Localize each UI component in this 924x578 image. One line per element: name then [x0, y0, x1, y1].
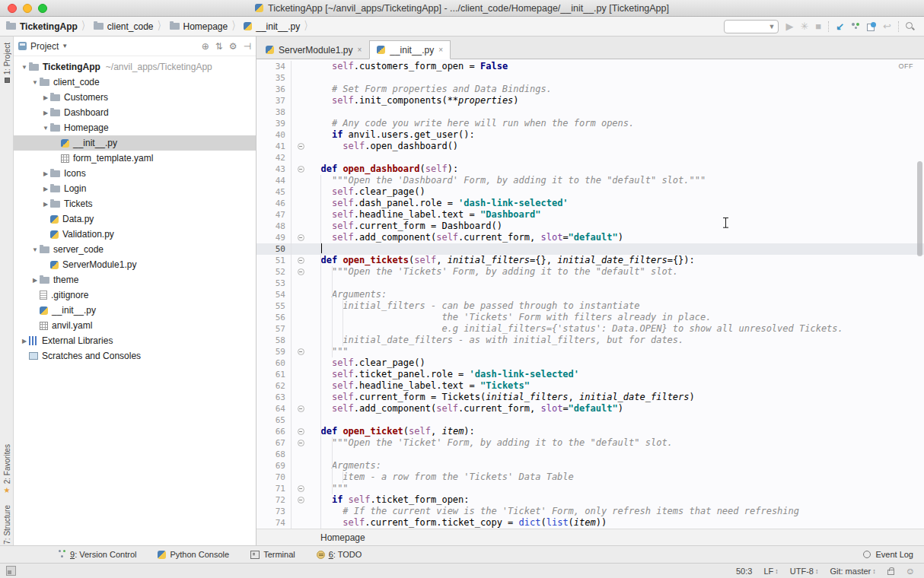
- code-line[interactable]: 39 # Any code you write here will run wh…: [256, 118, 924, 129]
- fold-marker[interactable]: [292, 164, 310, 175]
- line-number[interactable]: 51: [256, 255, 292, 266]
- tree-item-tickets[interactable]: ▶Tickets: [14, 196, 256, 211]
- chevron-collapsed-icon[interactable]: ▶: [41, 201, 50, 208]
- code-line[interactable]: 46 self.dash_panel.role = 'dash-link-sel…: [256, 198, 924, 209]
- tree-item-anvil-yaml[interactable]: anvil.yaml: [14, 318, 256, 333]
- line-number[interactable]: 46: [256, 198, 292, 209]
- line-number[interactable]: 47: [256, 209, 292, 221]
- code-line[interactable]: 48 self.current_form = Dashboard(): [256, 221, 924, 232]
- fold-marker[interactable]: [292, 232, 310, 243]
- coverage-button[interactable]: ✳: [800, 21, 808, 31]
- code-line[interactable]: 68: [256, 449, 924, 460]
- minimize-window-button[interactable]: [23, 4, 32, 13]
- chevron-expanded-icon[interactable]: ▼: [30, 246, 40, 253]
- tree-item-servermodule1-py[interactable]: ServerModule1.py: [14, 257, 256, 272]
- fold-icon[interactable]: [298, 485, 304, 492]
- line-number[interactable]: 73: [256, 506, 292, 517]
- code-line[interactable]: 47 self.headline_label.text = "Dashboard…: [256, 209, 924, 221]
- toolwindow-button-terminal[interactable]: Terminal: [250, 550, 295, 559]
- close-tab-icon[interactable]: ×: [357, 46, 362, 54]
- line-number[interactable]: 52: [256, 266, 292, 278]
- fold-marker[interactable]: [292, 266, 310, 278]
- line-number[interactable]: 71: [256, 483, 292, 494]
- fold-marker[interactable]: [292, 346, 310, 357]
- fold-marker[interactable]: [292, 403, 310, 414]
- fold-icon[interactable]: [298, 497, 304, 503]
- line-number[interactable]: 34: [256, 61, 292, 72]
- fold-icon[interactable]: [298, 234, 304, 241]
- hector-inspector-icon[interactable]: ☺: [906, 567, 915, 576]
- tree-item--init-py[interactable]: __init__.py: [14, 303, 256, 318]
- code-line[interactable]: 38: [256, 106, 924, 118]
- run-button[interactable]: ▶: [785, 21, 793, 31]
- line-number[interactable]: 39: [256, 118, 292, 129]
- code-line[interactable]: 52 """Open the 'Tickets' Form, by adding…: [256, 266, 924, 278]
- code-line[interactable]: 61 self.ticket_panel.role = 'dash-link-s…: [256, 369, 924, 380]
- code-line[interactable]: 44 """Open the 'Dashboard' Form, by addi…: [256, 175, 924, 186]
- tab-servermodule1-py[interactable]: ServerModule1.py×: [258, 40, 369, 59]
- chevron-collapsed-icon[interactable]: ▶: [30, 277, 40, 284]
- toolwindow-toggle-icon[interactable]: [6, 566, 16, 576]
- chevron-collapsed-icon[interactable]: ▶: [41, 170, 50, 177]
- tree-item-icons[interactable]: ▶Icons: [14, 166, 256, 181]
- line-number[interactable]: 74: [256, 517, 292, 529]
- tree-item-theme[interactable]: ▶theme: [14, 272, 256, 287]
- caret-position[interactable]: 50:3: [736, 567, 752, 576]
- git-branch-selector[interactable]: Git: master↕: [830, 567, 875, 576]
- breadcrumb-item-ticketingapp[interactable]: TicketingApp: [6, 21, 78, 32]
- chevron-collapsed-icon[interactable]: ▶: [20, 338, 29, 345]
- breadcrumb-item-homepage[interactable]: Homepage: [320, 532, 365, 543]
- tree-item-external-libraries[interactable]: ▶External Libraries: [14, 333, 256, 348]
- fold-marker[interactable]: [292, 426, 310, 437]
- fold-marker[interactable]: [292, 483, 310, 494]
- toolwindow-button--todo[interactable]: 6: TODO: [317, 550, 362, 559]
- code-line[interactable]: 42: [256, 152, 924, 164]
- line-number[interactable]: 68: [256, 449, 292, 460]
- tree-item-data-py[interactable]: Data.py: [14, 211, 256, 227]
- inspection-highlighting-level[interactable]: OFF: [899, 62, 914, 70]
- line-number[interactable]: 62: [256, 380, 292, 392]
- code-line[interactable]: 60 self.clear_page(): [256, 357, 924, 369]
- code-line[interactable]: 70 item - a row from the 'Tickets' Data …: [256, 472, 924, 483]
- line-number[interactable]: 49: [256, 232, 292, 243]
- tree-item-customers[interactable]: ▶Customers: [14, 90, 256, 105]
- fold-icon[interactable]: [298, 405, 304, 412]
- line-number[interactable]: 56: [256, 312, 292, 323]
- close-window-button[interactable]: [8, 4, 17, 13]
- commit-button[interactable]: [851, 22, 860, 31]
- fold-icon[interactable]: [298, 440, 304, 446]
- code-line[interactable]: 53: [256, 278, 924, 289]
- code-line[interactable]: 34 self.customers_form_open = False: [256, 61, 924, 72]
- code-line[interactable]: 65: [256, 414, 924, 426]
- code-line[interactable]: 59 """: [256, 346, 924, 357]
- line-number[interactable]: 53: [256, 278, 292, 289]
- tree-item-homepage[interactable]: ▼Homepage: [14, 120, 256, 135]
- line-number[interactable]: 41: [256, 141, 292, 152]
- recent-changes-button[interactable]: [867, 22, 876, 31]
- fold-icon[interactable]: [298, 257, 304, 264]
- line-number[interactable]: 35: [256, 72, 292, 84]
- toolwindow-button-python-console[interactable]: Python Console: [158, 550, 229, 559]
- code-line[interactable]: 50: [256, 243, 924, 255]
- line-number[interactable]: 50: [256, 243, 292, 255]
- code-line[interactable]: 62 self.headline_label.text = "Tickets": [256, 380, 924, 392]
- toolwindow-button--version-control[interactable]: 9: Version Control: [58, 550, 136, 559]
- search-everywhere-icon[interactable]: [906, 22, 915, 31]
- code-line[interactable]: 37 self.init_components(**properties): [256, 95, 924, 106]
- line-number[interactable]: 67: [256, 437, 292, 449]
- code-line[interactable]: 73 # If the current view is the 'Ticket'…: [256, 506, 924, 517]
- lock-icon[interactable]: [887, 570, 894, 575]
- line-number[interactable]: 44: [256, 175, 292, 186]
- line-number[interactable]: 69: [256, 460, 292, 472]
- breadcrumb-item--init-py[interactable]: __init__.py: [244, 21, 300, 32]
- code-line[interactable]: 74 self.current_form.ticket_copy = dict(…: [256, 517, 924, 529]
- fold-icon[interactable]: [298, 143, 304, 150]
- code-line[interactable]: 54 Arguments:: [256, 289, 924, 300]
- tab--init-py[interactable]: __init__.py×: [369, 40, 451, 59]
- tree-item-scratches-and-consoles[interactable]: Scratches and Consoles: [14, 348, 256, 364]
- fold-marker[interactable]: [292, 255, 310, 266]
- code-line[interactable]: 51 def open_tickets(self, initial_filter…: [256, 255, 924, 266]
- event-log-button[interactable]: Event Log: [875, 550, 913, 559]
- line-number[interactable]: 45: [256, 186, 292, 198]
- fold-icon[interactable]: [298, 268, 304, 275]
